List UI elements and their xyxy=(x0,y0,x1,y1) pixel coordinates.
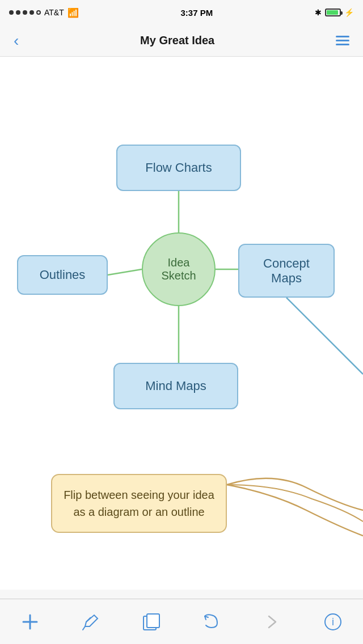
center-node-label: IdeaSketch xyxy=(161,256,196,282)
menu-line-3 xyxy=(336,44,349,45)
info-icon: i xyxy=(323,612,343,632)
concept-maps-node[interactable]: ConceptMaps xyxy=(238,244,335,298)
copy-icon xyxy=(141,612,162,632)
diagram-canvas: IdeaSketch Flow Charts Mind Maps Outline… xyxy=(0,57,363,590)
menu-line-1 xyxy=(336,36,349,37)
flow-charts-label: Flow Charts xyxy=(145,160,212,175)
dot-3 xyxy=(23,10,27,15)
edit-button[interactable] xyxy=(77,608,105,636)
undo-icon xyxy=(201,612,222,632)
battery-fill xyxy=(327,10,338,15)
concept-maps-label: ConceptMaps xyxy=(263,256,310,286)
svg-line-7 xyxy=(83,626,85,630)
page-title: My Great Idea xyxy=(140,34,214,47)
status-left: AT&T 📶 xyxy=(9,7,79,18)
copy-button[interactable] xyxy=(137,608,166,636)
svg-line-2 xyxy=(108,269,142,275)
add-button[interactable] xyxy=(16,608,44,636)
chevron-right-icon xyxy=(262,612,282,632)
nav-bar: ‹ My Great Idea xyxy=(0,25,363,57)
charging-icon: ⚡ xyxy=(344,8,354,17)
back-button[interactable]: ‹ xyxy=(9,29,23,52)
menu-line-2 xyxy=(336,40,349,41)
status-bar: AT&T 📶 3:37 PM ✱ ⚡ xyxy=(0,0,363,25)
status-right: ✱ ⚡ xyxy=(315,8,354,17)
signal-dots xyxy=(9,10,41,15)
dot-2 xyxy=(16,10,20,15)
add-icon xyxy=(20,612,40,632)
flow-charts-node[interactable]: Flow Charts xyxy=(116,145,241,191)
menu-button[interactable] xyxy=(331,33,354,48)
undo-button[interactable] xyxy=(197,608,226,636)
svg-rect-9 xyxy=(147,614,159,628)
pencil-icon xyxy=(81,612,101,632)
svg-text:i: i xyxy=(332,616,334,628)
dot-5 xyxy=(36,10,41,15)
battery-icon xyxy=(325,9,341,16)
dot-1 xyxy=(9,10,14,15)
svg-line-6 xyxy=(86,617,91,622)
wifi-icon: 📶 xyxy=(67,7,79,18)
info-box-text: Flip between seeing your idea as a diagr… xyxy=(64,489,214,518)
carrier-label: AT&T xyxy=(44,8,64,17)
outlines-node[interactable]: Outlines xyxy=(17,255,108,295)
center-node[interactable]: IdeaSketch xyxy=(142,232,216,306)
toolbar: i xyxy=(0,599,363,644)
outlines-label: Outlines xyxy=(40,268,86,282)
bluetooth-icon: ✱ xyxy=(315,8,322,17)
mind-maps-label: Mind Maps xyxy=(145,379,206,393)
mind-maps-node[interactable]: Mind Maps xyxy=(113,363,238,409)
info-box: Flip between seeing your idea as a diagr… xyxy=(51,474,227,533)
forward-button[interactable] xyxy=(258,608,286,636)
dot-4 xyxy=(29,10,34,15)
info-button[interactable]: i xyxy=(319,608,347,636)
status-time: 3:37 PM xyxy=(181,8,213,18)
